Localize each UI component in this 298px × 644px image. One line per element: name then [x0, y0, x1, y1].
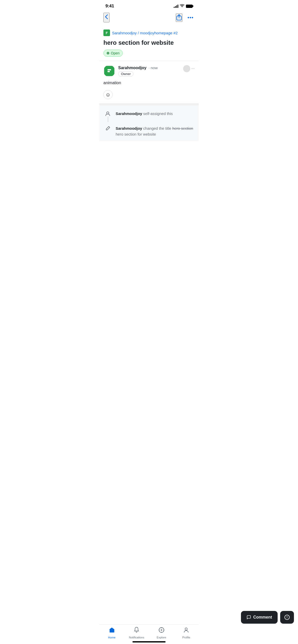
battery-icon	[186, 5, 193, 8]
comment-body: animation ☺	[103, 80, 195, 99]
more-options-button[interactable]: •••	[186, 14, 195, 22]
author-name-row: Sarahmoodjoy · now	[118, 66, 158, 70]
wifi-icon	[180, 4, 184, 8]
activity-section: Sarahmoodjoy self-assigned this Sarahmoo…	[99, 105, 199, 141]
svg-rect-7	[107, 69, 111, 70]
author-name: Sarahmoodjoy	[118, 66, 146, 70]
comment-time: · now	[148, 66, 158, 70]
repo-path[interactable]: Sarahmoodjoy / moodjoyhomepage #2	[103, 30, 195, 36]
avatar	[103, 65, 115, 77]
svg-rect-8	[107, 71, 110, 72]
edit-icon	[103, 124, 112, 133]
repo-path-text: Sarahmoodjoy / moodjoyhomepage #2	[112, 31, 178, 35]
status-dot-icon	[107, 52, 109, 54]
signal-icon	[174, 4, 178, 8]
svg-rect-5	[106, 34, 106, 34]
activity-item-assign: Sarahmoodjoy self-assigned this	[103, 109, 195, 118]
activity-item-edit: Sarahmoodjoy changed the title hero sect…	[103, 124, 195, 137]
svg-rect-3	[106, 32, 108, 32]
author-info: Sarahmoodjoy · now Owner	[118, 66, 158, 77]
svg-point-0	[182, 7, 182, 7]
comment-section: Sarahmoodjoy · now Owner ··· animation ☺	[99, 61, 199, 105]
activity-text-edit: Sarahmoodjoy changed the title hero sect…	[116, 124, 193, 137]
issue-title: hero section for website	[103, 39, 195, 47]
status-icons	[174, 4, 193, 8]
emoji-reaction[interactable]: ☺	[103, 90, 113, 99]
status-time: 9:41	[105, 4, 114, 9]
nav-actions: •••	[176, 13, 195, 22]
top-navigation: •••	[99, 11, 199, 26]
comment-options[interactable]: ···	[183, 65, 195, 72]
share-button[interactable]	[176, 13, 182, 22]
repo-avatar	[103, 30, 110, 36]
comment-header: Sarahmoodjoy · now Owner ···	[103, 65, 195, 77]
comment-author-row: Sarahmoodjoy · now Owner	[103, 65, 158, 77]
back-button[interactable]	[103, 13, 110, 22]
issue-header: Sarahmoodjoy / moodjoyhomepage #2 hero s…	[99, 26, 199, 61]
activity-text-assign: Sarahmoodjoy self-assigned this	[116, 109, 173, 117]
assign-icon	[103, 109, 112, 118]
author-role-badge: Owner	[118, 71, 133, 77]
svg-rect-4	[106, 33, 107, 33]
status-badge: Open	[103, 50, 123, 57]
status-bar: 9:41	[99, 0, 199, 11]
comment-text: animation	[103, 80, 195, 86]
